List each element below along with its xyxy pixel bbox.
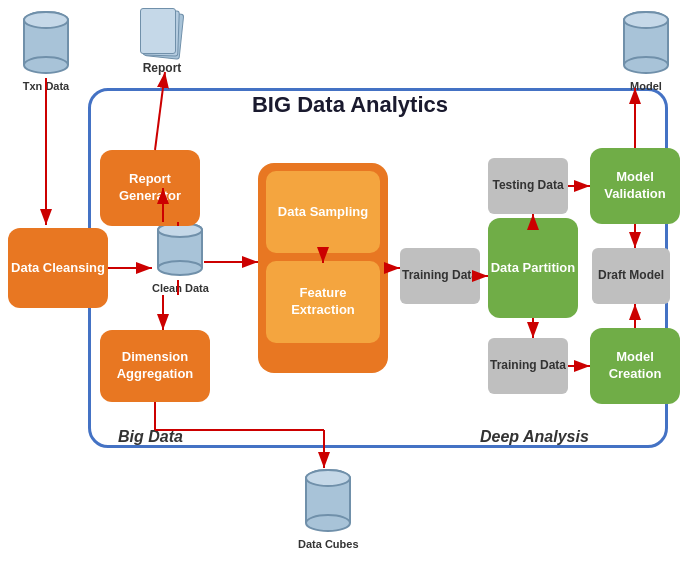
report-doc-icon: Report xyxy=(140,8,184,75)
report-generator-box: Report Generator xyxy=(100,150,200,226)
training-data-box-2: Training Data xyxy=(488,338,568,394)
svg-point-4 xyxy=(24,57,68,73)
testing-data-box: Testing Data xyxy=(488,158,568,214)
data-cleansing-box: Data Cleansing xyxy=(8,228,108,308)
feature-extraction-inner: Feature Extraction xyxy=(266,261,380,343)
model-validation-box: Model Validation xyxy=(590,148,680,224)
txn-data-label: Txn Data xyxy=(23,80,69,92)
model-cylinder: Model xyxy=(620,10,672,92)
svg-point-10 xyxy=(624,57,668,73)
clean-data-cyl-label: Clean Data xyxy=(152,282,209,294)
svg-point-5 xyxy=(24,12,68,28)
data-cubes-label: Data Cubes xyxy=(298,538,359,550)
svg-point-11 xyxy=(624,12,668,28)
clean-data-cylinder: Clean Data xyxy=(152,222,209,294)
draft-model-box: Draft Model xyxy=(592,248,670,304)
txn-data-cylinder: Txn Data xyxy=(20,10,72,92)
sampling-feature-container: Data Sampling Feature Extraction xyxy=(258,163,388,373)
model-creation-box: Model Creation xyxy=(590,328,680,404)
data-sampling-inner: Data Sampling xyxy=(266,171,380,253)
svg-point-17 xyxy=(306,470,350,486)
model-label: Model xyxy=(630,80,662,92)
dimension-aggregation-box: Dimension Aggregation xyxy=(100,330,210,402)
svg-point-16 xyxy=(306,515,350,531)
big-data-label: Big Data xyxy=(118,428,183,446)
report-label: Report xyxy=(143,61,182,75)
training-data-box-1: Training Data xyxy=(400,248,480,304)
main-title: BIG Data Analytics xyxy=(180,92,520,118)
diagram-container: BIG Data Analytics Txn Data Report xyxy=(0,0,700,562)
data-partition-box: Data Partition xyxy=(488,218,578,318)
svg-point-22 xyxy=(158,261,202,275)
deep-analysis-label: Deep Analysis xyxy=(480,428,589,446)
data-cubes-cylinder: Data Cubes xyxy=(298,468,359,550)
